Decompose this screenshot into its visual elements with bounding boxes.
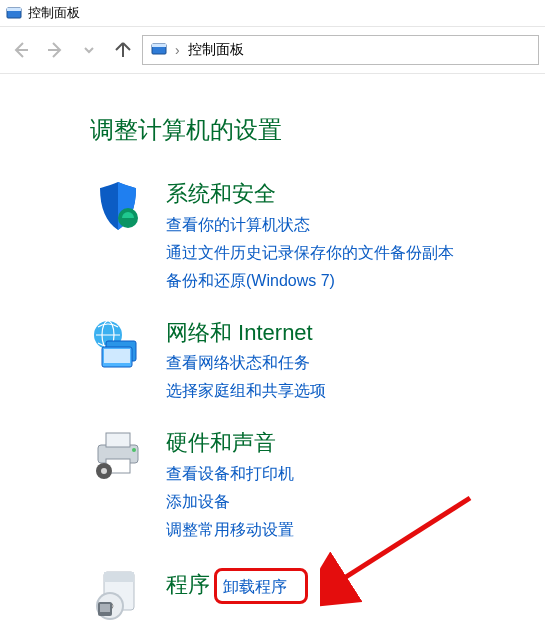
category-title[interactable]: 系统和安全 [166, 181, 276, 206]
recent-locations-button[interactable] [74, 35, 104, 65]
arrow-left-icon [11, 40, 31, 60]
address-bar[interactable]: › 控制面板 [142, 35, 539, 65]
titlebar: 控制面板 [0, 0, 545, 27]
breadcrumb-separator: › [175, 42, 180, 58]
forward-button[interactable] [40, 35, 70, 65]
category-hardware-sound: 硬件和声音 查看设备和打印机 添加设备 调整常用移动设置 [90, 427, 515, 542]
category-system-security: 系统和安全 查看你的计算机状态 通过文件历史记录保存你的文件备份副本 备份和还原… [90, 178, 515, 293]
network-globe-icon [90, 317, 146, 373]
shield-icon [90, 178, 146, 234]
category-title[interactable]: 程序 [166, 572, 210, 597]
annotation-highlight-box: 卸载程序 [214, 568, 308, 604]
category-link[interactable]: 选择家庭组和共享选项 [166, 379, 326, 403]
svg-point-15 [101, 468, 107, 474]
category-link[interactable]: 备份和还原(Windows 7) [166, 269, 454, 293]
svg-rect-9 [104, 349, 130, 363]
category-network: 网络和 Internet 查看网络状态和任务 选择家庭组和共享选项 [90, 317, 515, 404]
category-link[interactable]: 调整常用移动设置 [166, 518, 294, 542]
control-panel-icon [151, 41, 167, 60]
printer-icon [90, 427, 146, 483]
category-title[interactable]: 硬件和声音 [166, 430, 276, 455]
category-link[interactable]: 查看网络状态和任务 [166, 351, 326, 375]
category-programs: 程序 卸载程序 [90, 566, 515, 620]
uninstall-program-link[interactable]: 卸载程序 [223, 575, 287, 599]
svg-rect-11 [106, 433, 130, 447]
breadcrumb-location[interactable]: 控制面板 [188, 41, 244, 59]
category-title[interactable]: 网络和 Internet [166, 320, 313, 345]
svg-rect-22 [100, 604, 110, 612]
arrow-right-icon [45, 40, 65, 60]
category-link[interactable]: 通过文件历史记录保存你的文件备份副本 [166, 241, 454, 265]
svg-rect-17 [104, 572, 134, 582]
svg-rect-1 [7, 8, 21, 11]
navbar: › 控制面板 [0, 27, 545, 74]
arrow-up-icon [113, 40, 133, 60]
category-link[interactable]: 查看设备和打印机 [166, 462, 294, 486]
control-panel-icon [6, 5, 22, 21]
category-link[interactable]: 添加设备 [166, 490, 294, 514]
programs-disc-icon [90, 566, 146, 620]
category-link[interactable]: 查看你的计算机状态 [166, 213, 454, 237]
chevron-down-icon [83, 44, 95, 56]
up-button[interactable] [108, 35, 138, 65]
page-heading: 调整计算机的设置 [90, 114, 515, 146]
back-button[interactable] [6, 35, 36, 65]
svg-point-13 [132, 448, 136, 452]
content-area: 调整计算机的设置 系统和安全 查看你的计算机状态 通过文件历史记录保存你的文件备… [0, 74, 545, 620]
svg-rect-3 [152, 44, 166, 47]
window-title: 控制面板 [28, 4, 80, 22]
